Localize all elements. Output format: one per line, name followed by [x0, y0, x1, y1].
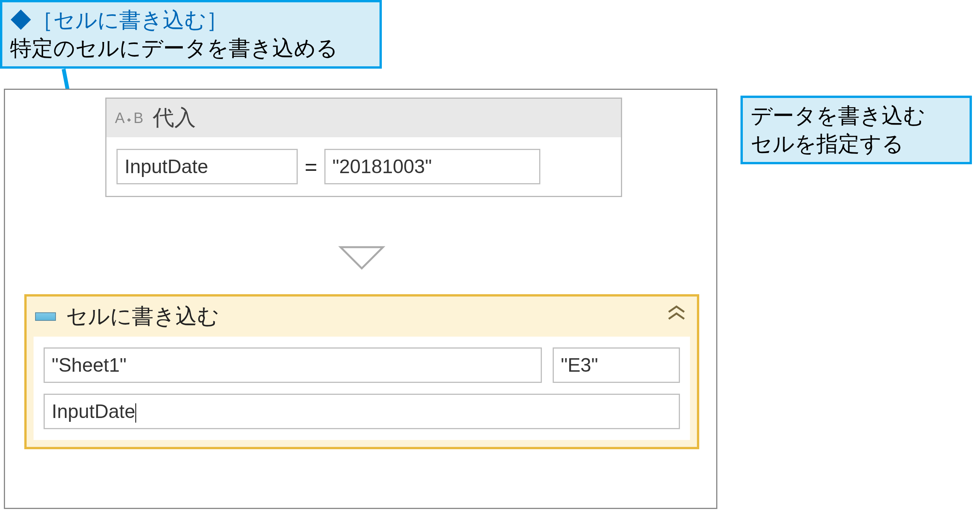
callout-right-line1: データを書き込む	[751, 102, 962, 130]
callout-title-row: ◆［セルに書き込む］	[10, 6, 372, 34]
assign-value-input[interactable]: "20181003"	[324, 149, 540, 184]
flow-arrow-icon	[337, 243, 387, 272]
assign-activity[interactable]: A⬩B 代入 InputDate = "20181003"	[105, 98, 622, 197]
callout-right: データを書き込む セルを指定する	[740, 96, 972, 164]
write-cell-row1: "Sheet1" "E3"	[44, 347, 680, 383]
write-cell-body: "Sheet1" "E3" InputDate	[34, 337, 690, 440]
equals-label: =	[305, 154, 317, 179]
assign-title: 代入	[153, 103, 196, 133]
cell-value-text: InputDate	[52, 401, 135, 422]
cell-ref-input[interactable]: "E3"	[553, 347, 680, 383]
assign-variable-input[interactable]: InputDate	[116, 149, 298, 184]
callout-bracket-label: ［セルに書き込む］	[32, 8, 228, 32]
callout-top-desc: 特定のセルにデータを書き込める	[10, 34, 372, 62]
assign-header: A⬩B 代入	[106, 99, 621, 137]
diamond-icon: ◆	[10, 8, 32, 32]
text-cursor	[135, 403, 136, 423]
workflow-panel: A⬩B 代入 InputDate = "20181003" セルに書き込む	[4, 89, 717, 509]
collapse-icon[interactable]	[667, 305, 686, 320]
callout-top: ◆［セルに書き込む］ 特定のセルにデータを書き込める	[0, 0, 382, 69]
svg-marker-0	[341, 247, 383, 268]
sheet-name-input[interactable]: "Sheet1"	[44, 347, 542, 383]
write-cell-activity[interactable]: セルに書き込む "Sheet1" "E3" InputDate	[24, 294, 699, 449]
cell-value-input[interactable]: InputDate	[44, 394, 680, 429]
write-cell-header: セルに書き込む	[27, 297, 697, 337]
write-cell-icon	[35, 312, 56, 321]
assign-body: InputDate = "20181003"	[106, 137, 621, 196]
callout-right-line2: セルを指定する	[751, 130, 962, 158]
assign-icon: A⬩B	[115, 110, 143, 126]
write-cell-title: セルに書き込む	[66, 302, 219, 331]
